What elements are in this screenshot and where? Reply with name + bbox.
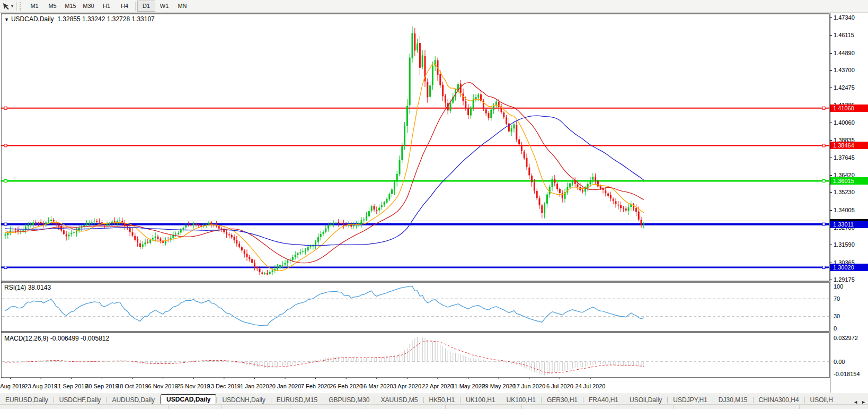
timeframe-button-m30[interactable]: M30 (79, 1, 98, 12)
date-axis-label: 16 Mar 2020 (360, 383, 393, 389)
macd-indicator-label: MACD(12,26,9) -0.006499 -0.005812 (4, 335, 109, 342)
price-axis-tick: 1.47340 (834, 14, 855, 21)
chart-tab-ger30-h1[interactable]: GER30,H1 (542, 396, 583, 405)
chart-tab-hk50-h1[interactable]: HK50,H1 (424, 396, 460, 405)
chart-tab-usoil-daily[interactable]: USOil,Daily (624, 396, 667, 405)
hline-price-label: 1.41060 (830, 105, 868, 112)
pointer-icon (3, 3, 10, 10)
toolbar-grip[interactable] (20, 2, 23, 11)
date-axis-label: 22 Apr 2020 (422, 383, 453, 389)
rsi-axis-tick: 0 (834, 325, 837, 332)
price-axis-tick: 1.40060 (834, 119, 855, 126)
chart-tab-usdcnh-daily[interactable]: USDCNH,Daily (217, 396, 270, 405)
chart-tab-bar: EURUSD,DailyUSDCHF,DailyAUDUSD,DailyUSDC… (0, 394, 868, 405)
timeframe-buttons: M1M5M15M30H1H4D1W1MN (25, 1, 191, 12)
chart-tab-audusd-daily[interactable]: AUDUSD,Daily (107, 396, 160, 405)
macd-name: MACD(12,26,9) (4, 335, 48, 342)
rsi-name: RSI(14) (4, 284, 26, 291)
date-axis-label: 18 Oct 2019 (117, 383, 148, 389)
status-cell-divider (168, 405, 169, 409)
date-axis-label: 6 Jul 2020 (546, 383, 573, 389)
chart-tab-dj30-m15[interactable]: DJ30,M15 (713, 396, 753, 405)
rsi-value: 38.0143 (28, 284, 51, 291)
timeframe-button-d1[interactable]: D1 (137, 1, 155, 12)
chart-tab-china300-h4[interactable]: CHINA300,H4 (754, 396, 804, 405)
chart-tab-usoil-h[interactable]: USOil,H (805, 396, 838, 405)
chart-tab-eurusd-m15[interactable]: EURUSD,M15 (271, 396, 323, 405)
hline-price-label: 1.38464 (830, 142, 868, 149)
macd-values: -0.006499 -0.005812 (50, 335, 109, 342)
macd-axis-tick: 0.032972 (834, 335, 858, 341)
hline-price-label: 1.30020 (830, 264, 868, 271)
price-chart-canvas[interactable] (1, 13, 830, 393)
date-axis-label: 24 Jul 2020 (575, 383, 606, 389)
timeframe-toolbar: ▾ M1M5M15M30H1H4D1W1MN (0, 0, 868, 13)
date-axis-label: 23 Aug 2019 (24, 383, 57, 389)
toolbar-separator (135, 2, 136, 11)
status-cell-divider (673, 405, 674, 409)
chart-tab-uk100-h1[interactable]: UK100,H1 (460, 396, 500, 405)
date-axis-label: 26 Feb 2020 (330, 383, 362, 389)
date-axis-label: 3 Apr 2020 (393, 383, 421, 389)
timeframe-button-w1[interactable]: W1 (155, 1, 173, 12)
rsi-axis-tick: 100 (834, 283, 843, 290)
price-axis-tick: 1.34005 (834, 207, 855, 213)
hline-price-label: 1.33011 (830, 221, 868, 228)
status-cell-divider (597, 405, 597, 409)
chart-symbol: USDCAD,Daily (11, 15, 54, 23)
chart-tab-uk100-h1[interactable]: UK100,H1 (501, 396, 541, 405)
chart-window: ▼USDCAD,Daily 1.32855 1.33242 1.32728 1.… (1, 13, 830, 393)
status-cell-divider (799, 405, 800, 409)
rsi-axis-tick: 70 (834, 295, 840, 302)
time-axis: 5 Aug 201923 Aug 201911 Sep 201930 Sep 2… (1, 379, 830, 393)
chart-tab-gbpusd-m30[interactable]: GBPUSD,M30 (323, 396, 375, 405)
price-axis-tick: 1.37645 (834, 154, 855, 161)
price-axis-tick: 1.44890 (834, 50, 855, 56)
timeframe-button-h1[interactable]: H1 (98, 1, 116, 12)
price-axis-tick: 1.43700 (834, 67, 855, 73)
price-axis-tick: 1.35230 (834, 189, 855, 195)
date-axis-label: 11 Sep 2019 (55, 383, 88, 389)
date-axis-label: 11 May 2020 (451, 383, 485, 389)
chart-tabs: EURUSD,DailyUSDCHF,DailyAUDUSD,DailyUSDC… (0, 394, 838, 405)
rsi-axis-tick: 30 (834, 313, 840, 319)
timeframe-button-mn[interactable]: MN (173, 1, 191, 12)
timeframe-button-m15[interactable]: M15 (61, 1, 79, 12)
date-axis-label: 7 Feb 2020 (301, 383, 331, 389)
chart-tab-fra40-h1[interactable]: FRA40,H1 (583, 396, 624, 405)
date-axis-label: 20 Jan 2020 (269, 383, 302, 389)
cursor-tool-button[interactable]: ▾ (1, 2, 15, 10)
price-axis-tick: 1.42475 (834, 84, 855, 91)
chart-tab-eurusd-daily[interactable]: EURUSD,Daily (0, 396, 54, 405)
date-axis-label: 13 Dec 2019 (208, 383, 241, 389)
chart-ohlc-values: 1.32855 1.33242 1.32728 1.33107 (57, 15, 155, 23)
mt4-window: ▾ M1M5M15M30H1H4D1W1MN ▼USDCAD,Daily 1.3… (0, 0, 868, 409)
rsi-indicator-label: RSI(14) 38.0143 (4, 284, 51, 291)
price-axis: 1.473401.461151.448901.437001.424751.412… (830, 13, 868, 393)
status-cell-divider (366, 405, 366, 409)
chevron-down-icon[interactable]: ▾ (11, 4, 13, 8)
chart-tab-usdjpy-h1[interactable]: USDJPY,H1 (668, 396, 712, 405)
status-cell-divider (290, 405, 290, 409)
date-axis-label: 1 Jan 2020 (240, 383, 269, 389)
timeframe-button-h4[interactable]: H4 (116, 1, 134, 12)
chart-tab-usdchf-daily[interactable]: USDCHF,Daily (54, 396, 107, 405)
chart-tab-usdcad-daily[interactable]: USDCAD,Daily (161, 394, 216, 405)
date-axis-label: 5 Aug 2019 (0, 383, 25, 389)
status-cell-divider (521, 405, 522, 409)
macd-axis-tick: -0.018154 (834, 371, 860, 377)
date-axis-label: 17 Jun 2020 (513, 383, 546, 389)
timeframe-button-m1[interactable]: M1 (25, 1, 43, 12)
toolbar-separator (16, 2, 17, 11)
chart-tab-xauusd-m5[interactable]: XAUUSD,M5 (375, 396, 423, 405)
chart-title: ▼USDCAD,Daily 1.32855 1.33242 1.32728 1.… (4, 15, 155, 23)
hline-price-label: 1.36015 (830, 177, 868, 185)
date-axis-label: 6 Nov 2019 (148, 383, 178, 389)
date-axis-label: 25 Nov 2019 (177, 383, 210, 389)
price-axis-tick: 1.29175 (834, 276, 855, 283)
timeframe-button-m5[interactable]: M5 (43, 1, 61, 12)
status-cell-divider (222, 405, 222, 409)
price-axis-tick: 1.46115 (834, 32, 854, 38)
macd-axis-tick: 0.00 (834, 359, 845, 365)
collapse-icon[interactable]: ▼ (4, 17, 9, 22)
